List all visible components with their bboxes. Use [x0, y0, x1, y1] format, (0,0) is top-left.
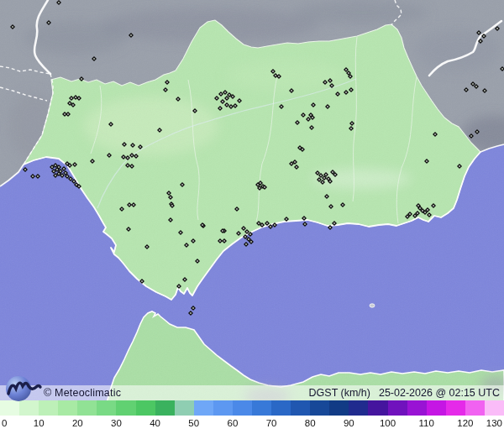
map-svg	[0, 0, 504, 403]
scale-segment	[368, 400, 387, 416]
scale-tick-label: 120	[457, 418, 473, 428]
scale-segment	[388, 400, 407, 416]
scale-tick-label: 20	[72, 418, 83, 428]
color-scale-labels: 0102030405060708090100110120130	[0, 416, 504, 434]
scale-segment	[271, 400, 291, 416]
scale-segment	[446, 400, 465, 416]
scale-segment	[329, 400, 349, 416]
variable-label: DGST (km/h)	[309, 387, 370, 399]
scale-tick-label: 60	[228, 418, 239, 428]
copyright-text: © Meteoclimatic	[44, 387, 121, 399]
scale-segment	[465, 400, 485, 416]
scale-segment	[310, 400, 329, 416]
scale-segment	[291, 400, 310, 416]
scale-segment	[485, 400, 504, 416]
scale-tick-label: 30	[111, 418, 122, 428]
scale-segment	[155, 400, 175, 416]
scale-segment	[233, 400, 252, 416]
scale-tick-label: 0	[2, 418, 7, 428]
scale-tick-label: 100	[380, 418, 396, 428]
scale-tick-label: 40	[150, 418, 160, 428]
scale-tick-label: 70	[266, 418, 277, 428]
scale-segment	[97, 400, 116, 416]
map-image	[0, 0, 504, 403]
scale-tick-label: 80	[305, 418, 316, 428]
scale-segment	[175, 400, 194, 416]
timestamp-label: 25-02-2026 @ 02:15 UTC	[379, 387, 500, 399]
scale-segment	[194, 400, 213, 416]
scale-tick-label: 50	[188, 418, 199, 428]
scale-tick-label: 110	[419, 418, 434, 428]
scale-segment	[136, 400, 155, 416]
scale-tick-label: 90	[344, 418, 354, 428]
scale-segment	[213, 400, 233, 416]
color-scale-bar	[0, 400, 504, 416]
scale-segment	[252, 400, 271, 416]
scale-segment	[407, 400, 427, 416]
scale-segment	[349, 400, 368, 416]
scale-segment	[116, 400, 135, 416]
weather-map-screenshot: © Meteoclimatic DGST (km/h) 25-02-2026 @…	[0, 0, 504, 434]
scale-segment	[77, 400, 97, 416]
scale-segment	[427, 400, 446, 416]
scale-tick-label: 130	[486, 418, 502, 428]
meteoclimatic-logo	[4, 373, 45, 403]
scale-segment	[58, 400, 77, 416]
terrain-texture	[0, 0, 504, 403]
scale-tick-label: 10	[34, 418, 45, 428]
attribution-bar: © Meteoclimatic DGST (km/h) 25-02-2026 @…	[0, 385, 504, 400]
